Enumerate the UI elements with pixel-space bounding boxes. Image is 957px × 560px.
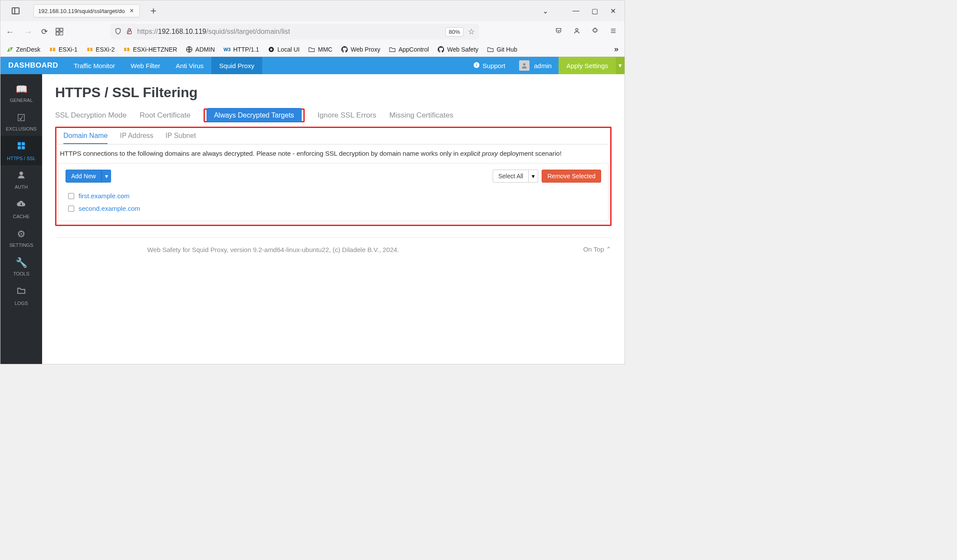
minimize-button[interactable]: —	[572, 7, 579, 15]
select-all-button[interactable]: Select All	[493, 170, 529, 183]
svg-rect-10	[50, 48, 52, 51]
book-icon: 📖	[16, 84, 27, 95]
check-icon: ☑	[17, 112, 26, 124]
apply-settings-button[interactable]: Apply Settings	[559, 57, 616, 74]
addon-icon[interactable]	[56, 28, 63, 36]
window-controls: ⌄ — ▢ ✕	[543, 7, 621, 15]
pocket-icon[interactable]	[555, 27, 562, 36]
bookmarks-bar: ZenDesk ESXi-1 ESXi-2 ESXi-HETZNER ADMIN…	[0, 42, 625, 57]
add-new-caret[interactable]: ▾	[102, 170, 111, 183]
zoom-level-badge[interactable]: 80%	[445, 27, 464, 36]
rail-cache[interactable]: CACHE	[0, 194, 42, 223]
topnav-traffic-monitor[interactable]: Traffic Monitor	[66, 57, 123, 74]
subtab-root-certificate[interactable]: Root Certificate	[140, 109, 191, 122]
bookmark-item[interactable]: Web Safety	[437, 46, 478, 53]
svg-rect-13	[90, 48, 92, 51]
rail-https-ssl[interactable]: HTTPS / SSL	[0, 136, 42, 165]
browser-tab[interactable]: 192.168.10.119/squid/ssl/target/do ×	[33, 4, 140, 17]
rail-logs[interactable]: LOGS	[0, 281, 42, 310]
svg-rect-23	[22, 142, 25, 145]
minitabs: Domain Name IP Address IP Subnet	[58, 129, 608, 144]
bookmark-item[interactable]: MMC	[308, 46, 332, 53]
bookmark-item[interactable]: ESXi-2	[86, 46, 115, 53]
topnav-web-filter[interactable]: Web Filter	[123, 57, 168, 74]
svg-rect-14	[124, 48, 126, 51]
bookmark-item[interactable]: ESXi-1	[49, 46, 78, 53]
subtab-ssl-decryption-mode[interactable]: SSL Decryption Mode	[55, 109, 127, 122]
support-link[interactable]: i Support	[466, 62, 513, 70]
rail-general[interactable]: 📖GENERAL	[0, 79, 42, 107]
svg-rect-22	[18, 142, 21, 145]
maximize-button[interactable]: ▢	[592, 7, 598, 15]
domain-link[interactable]: second.example.com	[79, 205, 140, 212]
bookmark-star-icon[interactable]: ☆	[468, 27, 475, 36]
bookmark-item[interactable]: ADMIN	[186, 46, 215, 53]
remove-selected-button[interactable]: Remove Selected	[542, 170, 601, 183]
new-tab-button[interactable]: +	[150, 5, 156, 17]
apply-settings-caret[interactable]: ▾	[616, 57, 625, 74]
divider	[55, 237, 612, 238]
domain-link[interactable]: first.example.com	[79, 192, 130, 200]
bookmark-item[interactable]: Git Hub	[487, 46, 517, 53]
list-item: second.example.com	[68, 205, 601, 212]
back-button[interactable]: ←	[5, 27, 15, 37]
svg-point-6	[576, 28, 578, 30]
minitab-domain-name[interactable]: Domain Name	[63, 129, 108, 144]
bookmark-item[interactable]: W3HTTP/1.1	[224, 46, 259, 53]
rail-settings[interactable]: ⚙SETTINGS	[0, 223, 42, 252]
tabs-dropdown-icon[interactable]: ⌄	[543, 7, 548, 15]
dot-icon	[268, 46, 275, 53]
folder-icon	[389, 46, 396, 53]
account-icon[interactable]	[573, 27, 580, 36]
checkbox[interactable]	[68, 206, 74, 212]
subtab-ignore-ssl-errors[interactable]: Ignore SSL Errors	[318, 109, 376, 122]
bookmark-item[interactable]: Local UI	[268, 46, 299, 53]
bookmarks-overflow-icon[interactable]: »	[614, 45, 618, 54]
menu-icon[interactable]	[610, 27, 617, 36]
page-title: HTTPS / SSL Filtering	[55, 85, 612, 101]
bookmark-item[interactable]: AppControl	[389, 46, 429, 53]
user-icon	[17, 170, 26, 182]
topnav-squid-proxy[interactable]: Squid Proxy	[211, 57, 262, 74]
topnav-anti-virus[interactable]: Anti Virus	[168, 57, 211, 74]
bookmark-item[interactable]: Web Proxy	[341, 46, 380, 53]
globe-icon	[186, 46, 193, 53]
reload-button[interactable]: ⟳	[41, 27, 48, 36]
add-new-split: Add New ▾	[66, 170, 111, 183]
cloud-icon	[16, 199, 26, 211]
url-text: https://192.168.10.119/squid/ssl/target/…	[137, 28, 441, 36]
svg-text:i: i	[476, 63, 477, 67]
subtab-always-decrypted[interactable]: Always Decrypted Targets	[207, 108, 302, 122]
footer-text: Web Safety for Squid Proxy, version 9.2-…	[147, 246, 399, 253]
lock-warning-icon[interactable]	[126, 28, 133, 36]
domain-list: first.example.com second.example.com	[66, 192, 601, 212]
extensions-icon[interactable]	[592, 27, 599, 36]
brand-label[interactable]: DASHBOARD	[0, 61, 66, 70]
rail-tools[interactable]: 🔧TOOLS	[0, 252, 42, 281]
svg-point-18	[270, 48, 273, 50]
add-new-button[interactable]: Add New	[66, 170, 102, 183]
gear-icon: ⚙	[17, 229, 26, 240]
bookmark-item[interactable]: ZenDesk	[7, 46, 40, 53]
content-area: HTTPS / SSL Filtering SSL Decryption Mod…	[42, 74, 625, 364]
on-top-link[interactable]: On Top ⌃	[583, 246, 612, 253]
vmware-icon	[86, 46, 93, 53]
minitab-ip-subnet[interactable]: IP Subnet	[165, 129, 196, 144]
tab-close-button[interactable]: ×	[128, 7, 135, 14]
subtab-missing-certificates[interactable]: Missing Certificates	[389, 109, 453, 122]
bookmark-item[interactable]: ESXi-HETZNER	[123, 46, 177, 53]
subtabs: SSL Decryption Mode Root Certificate Alw…	[55, 108, 612, 122]
select-all-caret[interactable]: ▾	[529, 170, 538, 183]
shield-icon[interactable]	[115, 28, 122, 36]
user-menu[interactable]: admin	[512, 60, 559, 71]
sidebar-toggle-icon[interactable]	[12, 7, 20, 14]
svg-rect-0	[56, 28, 59, 31]
svg-rect-24	[18, 146, 21, 149]
minitab-ip-address[interactable]: IP Address	[120, 129, 153, 144]
rail-auth[interactable]: AUTH	[0, 165, 42, 194]
checkbox[interactable]	[68, 193, 74, 199]
url-bar[interactable]: https://192.168.10.119/squid/ssl/target/…	[110, 24, 479, 39]
rail-exclusions[interactable]: ☑EXCLUSIONS	[0, 107, 42, 136]
forward-button[interactable]: →	[23, 27, 33, 37]
close-window-button[interactable]: ✕	[610, 7, 616, 15]
